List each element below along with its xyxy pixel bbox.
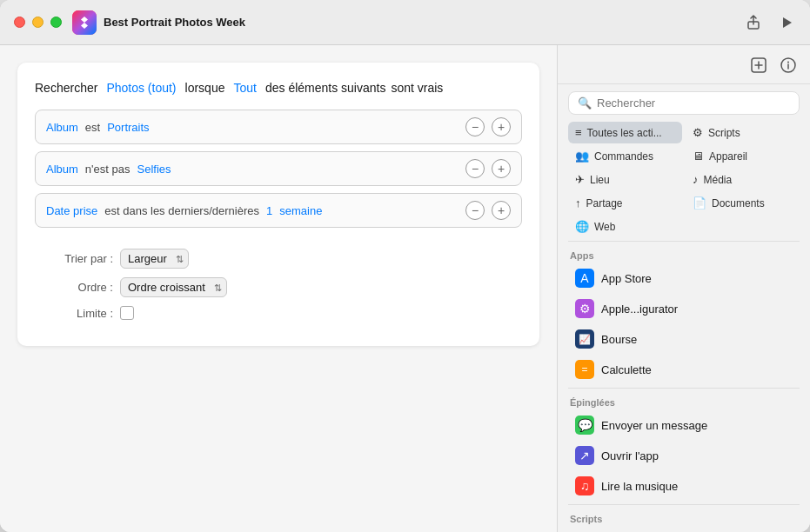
window-title: Best Portrait Photos Week: [104, 16, 744, 29]
info-button[interactable]: [777, 54, 800, 76]
partage-label: Partage: [586, 197, 623, 209]
envoyer-message-label: Envoyer un message: [601, 419, 707, 432]
filter-op-2: est dans les derniers/dernières: [104, 204, 259, 217]
filter-actions-0: − +: [465, 117, 511, 136]
divider-1: [568, 241, 800, 242]
trier-par-select-wrapper[interactable]: Largeur: [120, 249, 189, 269]
lieu-label: Lieu: [590, 174, 610, 186]
search-input[interactable]: [597, 96, 790, 110]
ordre-row: Ordre : Ordre croissant: [35, 277, 522, 297]
ordre-select[interactable]: Ordre croissant: [120, 277, 227, 297]
sidebar-item-envoyer-message[interactable]: 💬 Envoyer un message: [563, 410, 805, 440]
divider-2: [568, 388, 800, 389]
web-label: Web: [594, 221, 615, 233]
tout-chip[interactable]: Tout: [230, 80, 259, 96]
photos-chip[interactable]: Photos (tout): [103, 80, 179, 96]
all-actions-icon: ≡: [575, 126, 582, 139]
play-button[interactable]: [777, 13, 796, 32]
search-bar[interactable]: 🔍: [568, 91, 800, 115]
filter-row-1: Album n'est pas Selfies − +: [35, 151, 522, 186]
sidebar-item-calculette[interactable]: = Calculette: [563, 355, 805, 384]
bourse-label: Bourse: [601, 333, 637, 346]
ouvrir-app-icon: ↗: [575, 446, 594, 465]
ordre-select-wrapper[interactable]: Ordre croissant: [120, 277, 227, 297]
close-button[interactable]: [14, 17, 25, 28]
trier-par-row: Trier par : Largeur: [35, 249, 522, 269]
search-action-card: Rechercher Photos (tout) lorsque Tout de…: [17, 63, 539, 346]
titlebar-actions: [744, 13, 796, 32]
sont-vrais-label: sont vrais: [391, 81, 443, 95]
apps-section-label: Apps: [558, 245, 810, 263]
tab-media[interactable]: ♪ Média: [686, 169, 800, 190]
tab-web[interactable]: 🌐 Web: [568, 216, 682, 237]
web-icon: 🌐: [575, 220, 589, 233]
filter-field-2[interactable]: Date prise: [46, 204, 97, 217]
trier-par-label: Trier par :: [35, 252, 113, 265]
minimize-button[interactable]: [32, 17, 44, 28]
commandes-label: Commandes: [594, 150, 653, 163]
bourse-icon: 📈: [575, 329, 594, 349]
calculette-label: Calculette: [601, 363, 652, 376]
filter-remove-2[interactable]: −: [465, 201, 485, 220]
lire-musique-label: Lire la musique: [601, 480, 678, 493]
left-panel: Rechercher Photos (tout) lorsque Tout de…: [0, 45, 558, 532]
sidebar-item-appstore[interactable]: A App Store: [563, 263, 805, 293]
filter-field-1[interactable]: Album: [46, 163, 78, 176]
sidebar-item-lire-musique[interactable]: ♫ Lire la musique: [563, 471, 805, 501]
add-action-button[interactable]: [747, 54, 770, 76]
filter-value-count-2[interactable]: 1: [266, 204, 272, 217]
appareil-label: Appareil: [709, 150, 747, 163]
filter-add-0[interactable]: +: [492, 117, 511, 136]
lorsque-label: lorsque: [185, 81, 225, 95]
category-tabs: ≡ Toutes les acti... ⚙ Scripts 👥 Command…: [558, 122, 810, 237]
ordre-label: Ordre :: [35, 281, 113, 294]
filter-value-1[interactable]: Selfies: [137, 163, 171, 176]
search-header: Rechercher Photos (tout) lorsque Tout de…: [35, 80, 522, 96]
scripts-tab-label: Scripts: [708, 127, 740, 139]
calculette-icon: =: [575, 360, 594, 379]
sidebar-item-ouvrir-app[interactable]: ↗ Ouvrir l'app: [563, 441, 805, 470]
media-icon: ♪: [693, 173, 699, 186]
epinglees-section-label: Épinglées: [558, 392, 810, 409]
filter-remove-1[interactable]: −: [465, 159, 485, 178]
applefigurator-label: Apple...igurator: [601, 303, 678, 316]
des-elements-label: des éléments suivants: [265, 81, 386, 95]
tab-scripts[interactable]: ⚙ Scripts: [686, 122, 800, 143]
rechercher-label: Rechercher: [35, 81, 97, 95]
limite-checkbox[interactable]: [120, 306, 134, 320]
lire-musique-icon: ♫: [575, 476, 594, 495]
filter-op-1: n'est pas: [85, 163, 131, 176]
tab-documents[interactable]: 📄 Documents: [686, 192, 800, 214]
scripts-tab-icon: ⚙: [693, 126, 703, 139]
trier-par-select[interactable]: Largeur: [120, 249, 189, 269]
app-icon: [72, 10, 97, 35]
appareil-icon: 🖥: [693, 150, 704, 163]
tab-partage[interactable]: ↑ Partage: [568, 192, 682, 214]
filter-value-0[interactable]: Portraits: [107, 121, 149, 134]
filter-value-unit-2[interactable]: semaine: [279, 204, 322, 217]
main-content: Rechercher Photos (tout) lorsque Tout de…: [0, 45, 810, 532]
titlebar: Best Portrait Photos Week: [0, 0, 810, 45]
filter-op-0: est: [85, 121, 100, 134]
svg-point-5: [787, 62, 789, 63]
filter-add-2[interactable]: +: [492, 201, 511, 220]
tab-commandes[interactable]: 👥 Commandes: [568, 145, 682, 167]
tab-all-actions[interactable]: ≡ Toutes les acti...: [568, 122, 682, 143]
filter-add-1[interactable]: +: [492, 159, 511, 178]
sidebar-item-bourse[interactable]: 📈 Bourse: [563, 324, 805, 354]
filter-remove-0[interactable]: −: [465, 117, 485, 136]
window: Best Portrait Photos Week Rechercher: [0, 0, 810, 532]
appstore-icon: A: [575, 269, 594, 288]
documents-icon: 📄: [693, 196, 706, 209]
media-label: Média: [704, 174, 733, 186]
partage-icon: ↑: [575, 196, 581, 209]
lieu-icon: ✈: [575, 173, 585, 186]
fullscreen-button[interactable]: [50, 17, 62, 28]
filter-field-0[interactable]: Album: [46, 121, 78, 134]
tab-appareil[interactable]: 🖥 Appareil: [686, 145, 800, 167]
sidebar-item-commentaire[interactable]: ≡ Commentaire: [563, 527, 805, 532]
sidebar-item-applefigurator[interactable]: ⚙ Apple...igurator: [563, 294, 805, 323]
tab-lieu[interactable]: ✈ Lieu: [568, 169, 682, 190]
share-button[interactable]: [744, 13, 763, 32]
traffic-lights: [14, 17, 62, 28]
